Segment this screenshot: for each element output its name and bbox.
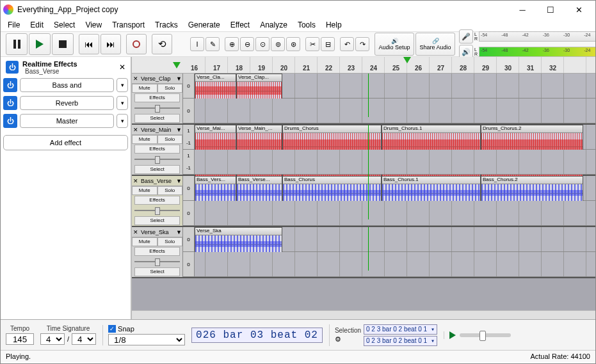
- effect-power-0[interactable]: ⏻: [3, 78, 17, 92]
- solo-0[interactable]: Solo: [157, 84, 183, 93]
- audio-setup-button[interactable]: 🔊 Audio Setup: [375, 33, 414, 56]
- select-btn-0[interactable]: Select: [134, 114, 180, 123]
- effects-btn-3[interactable]: Effects: [134, 247, 180, 256]
- menu-help[interactable]: Help: [321, 19, 346, 31]
- selection-tool[interactable]: I: [190, 37, 204, 51]
- select-btn-1[interactable]: Select: [134, 165, 180, 174]
- fit-selection-button[interactable]: ⊙: [255, 37, 270, 51]
- track-close-3[interactable]: ✕: [132, 229, 140, 235]
- maximize-button[interactable]: ☐: [536, 1, 565, 19]
- skip-start-button[interactable]: ⏮: [79, 34, 99, 54]
- silence-button[interactable]: ⊟: [321, 37, 335, 51]
- snap-value[interactable]: 1/8: [108, 334, 185, 345]
- solo-2[interactable]: Solo: [157, 186, 183, 195]
- menu-analyze[interactable]: Analyze: [255, 19, 292, 31]
- effect-expand-2[interactable]: ▾: [117, 114, 128, 128]
- effect-select-2[interactable]: Master: [20, 114, 114, 128]
- timeline-ruler[interactable]: 1617181920212223242526272829303132: [132, 57, 595, 74]
- effect-select-1[interactable]: Reverb: [20, 96, 114, 110]
- record-button[interactable]: [126, 34, 147, 54]
- gain-slider-0[interactable]: [134, 104, 180, 112]
- select-btn-2[interactable]: Select: [134, 216, 180, 225]
- effects-btn-2[interactable]: Effects: [134, 196, 180, 205]
- position-display[interactable]: 026 bar 03 beat 02: [191, 328, 323, 343]
- record-meter-icon[interactable]: 🎤: [459, 29, 473, 44]
- tempo-input[interactable]: [6, 333, 34, 345]
- mute-1[interactable]: Mute: [132, 135, 157, 144]
- add-effect-button[interactable]: Add effect: [3, 135, 128, 150]
- snap-label: Snap: [118, 325, 134, 333]
- menu-tools[interactable]: Tools: [293, 19, 320, 31]
- titlebar: Everything_App_Project copy ─ ☐ ✕: [1, 1, 595, 19]
- skip-end-button[interactable]: ⏭: [101, 34, 121, 54]
- play-at-speed-button[interactable]: [449, 331, 456, 339]
- trim-button[interactable]: ✂: [305, 37, 319, 51]
- menu-select[interactable]: Select: [49, 19, 79, 31]
- track-menu-0[interactable]: ▼: [176, 75, 182, 82]
- menu-generate[interactable]: Generate: [184, 19, 225, 31]
- minimize-button[interactable]: ─: [508, 1, 536, 19]
- stop-button[interactable]: [52, 33, 74, 55]
- pause-button[interactable]: [6, 33, 28, 55]
- play-button[interactable]: [29, 33, 51, 55]
- zoom-toggle-button[interactable]: ⊛: [286, 37, 300, 51]
- effect-expand-1[interactable]: ▾: [117, 96, 128, 110]
- timeline-start-marker[interactable]: [173, 62, 181, 68]
- snap-checkbox[interactable]: ✓: [108, 325, 116, 333]
- track-close-0[interactable]: ✕: [132, 75, 140, 82]
- zoom-out-button[interactable]: ⊖: [240, 37, 254, 51]
- mute-3[interactable]: Mute: [132, 237, 157, 246]
- track-name-3[interactable]: Verse_Ska: [140, 229, 176, 235]
- track-menu-2[interactable]: ▼: [176, 178, 182, 184]
- select-btn-3[interactable]: Select: [134, 267, 180, 276]
- effect-select-0[interactable]: Bass and: [20, 78, 114, 92]
- gain-slider-1[interactable]: [134, 155, 180, 163]
- effect-power-2[interactable]: ⏻: [3, 114, 17, 128]
- track-menu-3[interactable]: ▼: [176, 229, 182, 235]
- track-name-1[interactable]: Verse_Main: [140, 127, 176, 133]
- menu-edit[interactable]: Edit: [26, 19, 48, 31]
- effect-expand-0[interactable]: ▾: [117, 78, 128, 92]
- track-name-2[interactable]: Bass_Verse: [140, 178, 176, 184]
- timesig-den[interactable]: 4: [72, 333, 96, 345]
- track-close-2[interactable]: ✕: [132, 178, 140, 184]
- playback-speed-slider[interactable]: [460, 333, 511, 337]
- effects-btn-1[interactable]: Effects: [134, 145, 180, 154]
- menu-transport[interactable]: Transport: [108, 19, 149, 31]
- zoom-in-button[interactable]: ⊕: [225, 37, 239, 51]
- toolbar: ⏮ ⏭ ⟲ I ✎ ⊕ ⊖ ⊙ ⊚ ⊛ ✂ ⊟ ↶ ↷ 🔊 Audio Setu…: [1, 31, 595, 57]
- mute-0[interactable]: Mute: [132, 84, 157, 93]
- loop-button[interactable]: ⟲: [152, 34, 172, 54]
- record-meter[interactable]: -54-48-42-36-30-24-18-12-6: [479, 31, 596, 42]
- envelope-tool[interactable]: ✎: [205, 37, 220, 51]
- share-icon: 🔗: [432, 38, 439, 44]
- menu-tracks[interactable]: Tracks: [150, 19, 182, 31]
- track-menu-1[interactable]: ▼: [176, 127, 182, 133]
- menu-effect[interactable]: Effect: [226, 19, 254, 31]
- solo-3[interactable]: Solo: [157, 237, 183, 246]
- close-panel-button[interactable]: ✕: [119, 63, 125, 72]
- gear-icon[interactable]: ⚙: [335, 335, 361, 344]
- effect-power-1[interactable]: ⏻: [3, 96, 17, 110]
- fit-project-button[interactable]: ⊚: [271, 37, 285, 51]
- playback-meter[interactable]: -54-48-42-36-30-24-18-12-6: [479, 47, 596, 57]
- horizontal-scrollbar[interactable]: [132, 310, 595, 319]
- share-audio-button[interactable]: 🔗 Share Audio: [415, 33, 455, 56]
- gain-slider-3[interactable]: [134, 258, 180, 265]
- close-button[interactable]: ✕: [565, 1, 593, 19]
- track-name-0[interactable]: Verse_Clap: [140, 75, 176, 82]
- solo-1[interactable]: Solo: [157, 135, 183, 144]
- menu-file[interactable]: File: [3, 19, 24, 31]
- track-1: ✕Verse_Main▼ MuteSolo Effects Select1-1V…: [132, 125, 595, 176]
- selection-end[interactable]: 0 2 3 bar 0 2 beat 0 1 ▾: [364, 336, 437, 346]
- redo-button[interactable]: ↷: [355, 37, 369, 51]
- menu-view[interactable]: View: [81, 19, 106, 31]
- effects-btn-0[interactable]: Effects: [134, 93, 180, 102]
- mute-2[interactable]: Mute: [132, 186, 157, 195]
- track-close-1[interactable]: ✕: [132, 127, 140, 133]
- effects-power-icon[interactable]: ⏻: [6, 61, 19, 74]
- undo-button[interactable]: ↶: [340, 37, 354, 51]
- timesig-num[interactable]: 4: [40, 333, 65, 345]
- selection-start[interactable]: 0 2 3 bar 0 2 beat 0 1 ▾: [364, 324, 437, 335]
- gain-slider-2[interactable]: [134, 207, 180, 214]
